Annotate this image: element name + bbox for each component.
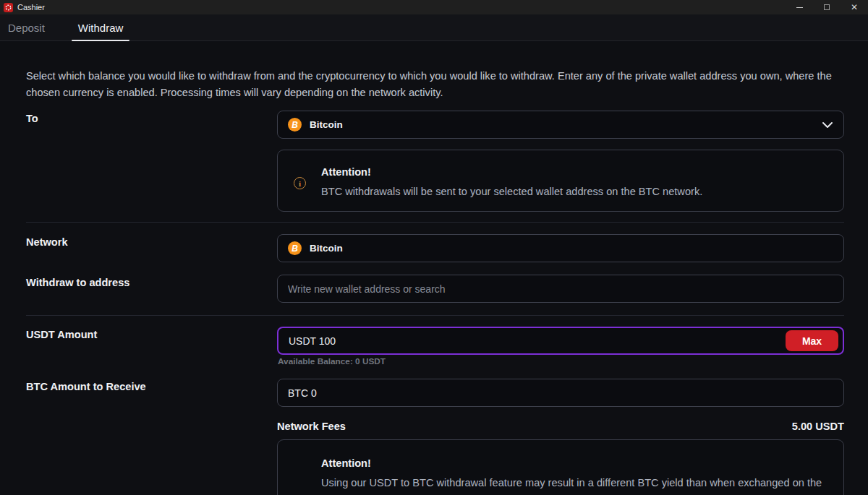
network-value: Bitcoin (310, 243, 343, 254)
close-icon: ✕ (851, 2, 858, 12)
app-logo-icon (4, 3, 13, 12)
close-button[interactable]: ✕ (841, 0, 868, 14)
attention-box-network-notice: i Attention! BTC withdrawals will be sen… (277, 150, 844, 212)
bitcoin-icon: B (288, 118, 302, 132)
network-fees-row: Network Fees 5.00 USDT (277, 421, 844, 432)
attention-title: Attention! (321, 166, 702, 178)
btc-receive-label: BTC Amount to Receive (26, 381, 146, 392)
withdraw-address-label: Withdraw to address (26, 277, 129, 288)
available-balance: Available Balance: 0 USDT (278, 356, 386, 366)
withdraw-address-input[interactable] (288, 275, 833, 302)
attention-title: Attention! (321, 457, 827, 469)
usdt-amount-label: USDT Amount (26, 329, 97, 340)
attention-box-yield-notice: i Attention! Using our USDT to BTC withd… (277, 439, 844, 495)
title-bar: Cashier ✕ (0, 0, 868, 14)
chevron-down-icon (822, 121, 833, 129)
network-fees-value: 5.00 USDT (792, 421, 844, 432)
btc-receive-input[interactable] (288, 379, 833, 406)
minimize-icon (796, 7, 803, 8)
attention-body: BTC withdrawals will be sent to your sel… (321, 184, 702, 200)
tab-bar: Deposit Withdraw (0, 14, 868, 41)
to-currency-select[interactable]: B Bitcoin (277, 111, 844, 139)
usdt-amount-input[interactable] (289, 328, 786, 353)
cashier-window: Cashier ✕ Deposit Withdraw Select which … (0, 0, 868, 495)
withdraw-description: Select which balance you would like to w… (26, 68, 843, 101)
attention-body: Using our USDT to BTC withdrawal feature… (321, 475, 827, 495)
btc-receive-field (277, 379, 844, 407)
to-label: To (26, 113, 38, 124)
maximize-icon (824, 4, 830, 10)
section-divider (26, 222, 844, 223)
maximize-button[interactable] (813, 0, 841, 14)
network-label: Network (26, 236, 68, 248)
max-button[interactable]: Max (786, 330, 838, 351)
network-fees-label: Network Fees (277, 421, 346, 432)
bitcoin-icon: B (288, 241, 302, 255)
tab-withdraw[interactable]: Withdraw (72, 14, 130, 41)
network-select[interactable]: B Bitcoin (277, 234, 844, 262)
to-currency-value: Bitcoin (310, 119, 343, 130)
usdt-amount-field: Max (277, 327, 844, 355)
withdraw-address-field (277, 275, 844, 303)
window-title: Cashier (17, 3, 45, 12)
info-icon: i (294, 177, 306, 189)
window-controls: ✕ (786, 0, 868, 14)
tab-deposit[interactable]: Deposit (1, 14, 51, 41)
minimize-button[interactable] (786, 0, 813, 14)
section-divider (26, 315, 844, 316)
